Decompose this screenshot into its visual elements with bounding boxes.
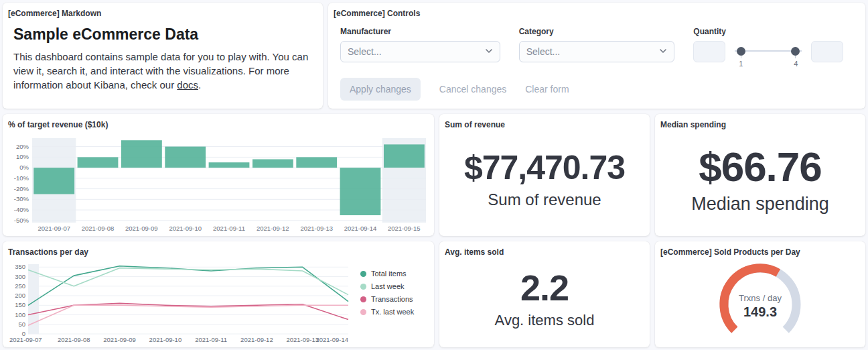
svg-text:150: 150: [15, 301, 25, 308]
markdown-text: This dashboard contains sample data for …: [13, 51, 308, 91]
category-select[interactable]: Select...: [519, 41, 675, 62]
svg-text:2021-09-08: 2021-09-08: [58, 336, 90, 343]
cancel-changes-button[interactable]: Cancel changes: [439, 84, 506, 95]
panel-sold-products-per-day: [eCommerce] Sold Products per Day Trxns …: [655, 241, 865, 347]
manufacturer-placeholder: Select...: [348, 46, 382, 57]
chevron-down-icon: [659, 46, 667, 58]
avg-items-label: Avg. items sold: [495, 312, 595, 329]
quantity-control: Quantity 1 4: [693, 27, 853, 72]
svg-text:10%: 10%: [16, 153, 29, 160]
category-placeholder: Select...: [526, 46, 561, 57]
markdown-body: This dashboard contains sample data for …: [13, 50, 312, 92]
panel-title: [eCommerce] Sold Products per Day: [660, 247, 860, 257]
panel-median-spending: Median spending $66.76 Median spending: [655, 114, 865, 236]
panel-title: Median spending: [660, 119, 860, 130]
svg-text:50: 50: [18, 320, 25, 328]
legend-label: Total items: [371, 270, 407, 278]
svg-text:2021-09-10: 2021-09-10: [169, 225, 202, 232]
svg-text:-20%: -20%: [14, 185, 29, 192]
svg-text:250: 250: [15, 282, 25, 290]
legend-item[interactable]: Tx. last week: [360, 308, 429, 316]
kibana-dashboard: [eCommerce] Markdown Sample eCommerce Da…: [0, 0, 868, 350]
avg-items-value: 2.2: [520, 269, 569, 307]
manufacturer-select[interactable]: Select...: [340, 41, 500, 62]
target-revenue-bar-chart[interactable]: 20%10%0%-10%-20%-30%-40%-50%2021-09-0720…: [8, 133, 429, 233]
svg-text:2021-09-11: 2021-09-11: [213, 225, 245, 232]
legend-item[interactable]: Total items: [360, 270, 429, 278]
svg-text:2021-09-13: 2021-09-13: [286, 336, 319, 343]
panel-title: Avg. items sold: [445, 247, 644, 257]
svg-text:-50%: -50%: [14, 217, 29, 224]
quantity-row: 1 4: [693, 41, 853, 72]
svg-text:2021-09-09: 2021-09-09: [125, 225, 158, 232]
slider-max-label: 4: [794, 60, 798, 68]
legend-dot: [360, 271, 366, 277]
svg-text:149.3: 149.3: [743, 304, 777, 319]
chart-legend: Total itemsLast weekTransactionsTx. last…: [355, 260, 429, 345]
legend-label: Transactions: [371, 295, 413, 303]
quantity-min-input[interactable]: [693, 41, 725, 62]
svg-text:2021-09-13: 2021-09-13: [300, 225, 333, 232]
panel-title: Transactions per day: [8, 247, 429, 257]
sum-revenue-label: Sum of revenue: [488, 190, 601, 209]
slider-min-label: 1: [739, 60, 743, 68]
svg-text:2021-09-07: 2021-09-07: [9, 336, 42, 343]
slider-thumb-min[interactable]: [737, 47, 745, 56]
legend-label: Tx. last week: [371, 308, 414, 316]
svg-text:Trxns / day: Trxns / day: [739, 293, 782, 303]
transactions-line-chart[interactable]: 0501001502002503003502021-09-072021-09-0…: [8, 260, 355, 345]
legend-dot: [360, 296, 366, 302]
svg-text:-30%: -30%: [14, 195, 29, 202]
slider-thumb-max[interactable]: [791, 47, 800, 56]
metric-body: $66.76 Median spending: [660, 130, 860, 229]
svg-text:0%: 0%: [19, 164, 29, 171]
legend-dot: [360, 284, 366, 290]
category-label: Category: [519, 27, 675, 36]
svg-text:20%: 20%: [16, 143, 29, 150]
category-control: Category Select...: [519, 27, 675, 72]
legend-item[interactable]: Transactions: [360, 295, 429, 303]
svg-text:2021-09-14: 2021-09-14: [315, 336, 348, 343]
slider-tick-max: [795, 56, 796, 58]
docs-link[interactable]: docs: [177, 79, 198, 91]
svg-text:100: 100: [15, 311, 25, 318]
svg-text:2021-09-09: 2021-09-09: [103, 336, 136, 343]
chevron-down-icon: [485, 46, 493, 58]
markdown-text-end: .: [198, 79, 201, 91]
controls-buttons: Apply changes Cancel changes Clear form: [340, 78, 853, 101]
metric-body: $77,470.73 Sum of revenue: [445, 130, 644, 229]
slider-tick-min: [741, 56, 741, 58]
median-spending-value: $66.76: [699, 145, 822, 188]
sum-revenue-value: $77,470.73: [464, 150, 625, 186]
svg-text:2021-09-15: 2021-09-15: [388, 225, 421, 232]
quantity-label: Quantity: [693, 27, 853, 36]
manufacturer-control: Manufacturer Select...: [340, 27, 500, 72]
svg-text:2021-09-07: 2021-09-07: [38, 225, 70, 232]
panel-markdown: [eCommerce] Markdown Sample eCommerce Da…: [3, 3, 323, 109]
trxns-per-day-gauge[interactable]: Trxns / day149.3: [660, 259, 860, 345]
panel-title: [eCommerce] Controls: [334, 8, 860, 19]
markdown-heading: Sample eCommerce Data: [13, 25, 312, 44]
panel-avg-items-sold: Avg. items sold 2.2 Avg. items sold: [439, 241, 650, 347]
legend-dot: [360, 309, 366, 315]
panel-title: [eCommerce] Markdown: [8, 8, 317, 19]
apply-changes-button[interactable]: Apply changes: [340, 78, 421, 101]
svg-text:2021-09-11: 2021-09-11: [195, 336, 227, 343]
svg-text:2021-09-12: 2021-09-12: [257, 225, 289, 232]
line-chart-wrap: 0501001502002503003502021-09-072021-09-0…: [8, 260, 429, 345]
panel-transactions-per-day: Transactions per day 0501001502002503003…: [3, 241, 434, 347]
svg-text:-10%: -10%: [14, 174, 29, 182]
quantity-range-slider[interactable]: 1 4: [735, 41, 802, 72]
panel-title: Sum of revenue: [445, 119, 644, 130]
clear-form-button[interactable]: Clear form: [525, 84, 569, 95]
svg-text:2021-09-14: 2021-09-14: [344, 225, 377, 232]
panel-sum-revenue: Sum of revenue $77,470.73 Sum of revenue: [439, 114, 650, 236]
legend-item[interactable]: Last week: [360, 282, 429, 290]
panel-title: % of target revenue ($10k): [8, 119, 429, 130]
svg-text:2021-09-10: 2021-09-10: [149, 336, 182, 343]
controls-row: Manufacturer Select... Category Select..…: [340, 27, 853, 72]
svg-text:-40%: -40%: [14, 206, 29, 213]
svg-text:2021-09-08: 2021-09-08: [82, 225, 115, 232]
legend-label: Last week: [371, 282, 405, 290]
quantity-max-input[interactable]: [811, 41, 843, 62]
